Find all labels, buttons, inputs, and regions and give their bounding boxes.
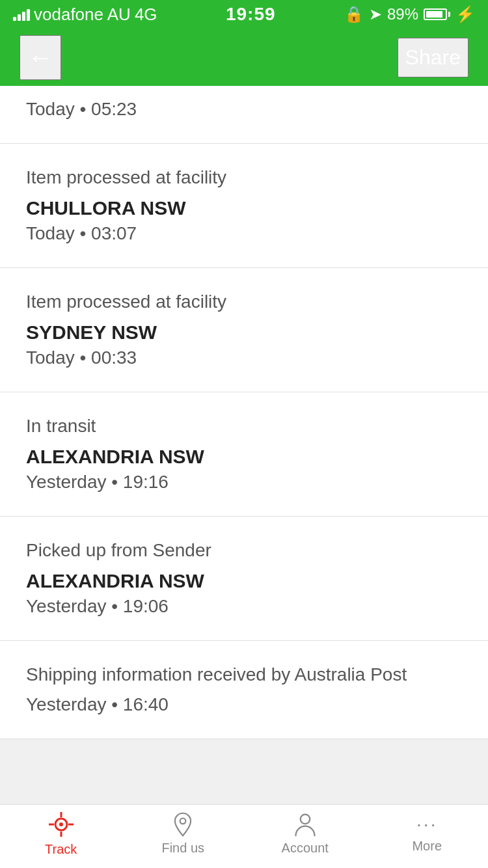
event-status-4: Picked up from Sender (26, 540, 462, 561)
svg-point-6 (180, 819, 186, 824)
charging-icon: ⚡ (455, 5, 475, 23)
event-location-4: ALEXANDRIA NSW (26, 570, 462, 592)
event-time-5: Yesterday • 16:40 (26, 694, 462, 715)
more-icon: ··· (416, 814, 437, 835)
tracking-list: Today • 05:23 Item processed at facility… (0, 86, 488, 739)
event-status-1: Item processed at facility (26, 167, 462, 188)
bottom-nav: Track Find us Account ··· More (0, 804, 488, 868)
content-wrapper: Today • 05:23 Item processed at facility… (0, 86, 488, 822)
event-location-1: CHULLORA NSW (26, 197, 462, 219)
event-status-3: In transit (26, 416, 462, 437)
lock-icon: 🔒 (344, 5, 364, 23)
event-time-3: Yesterday • 19:16 (26, 472, 462, 493)
partial-tracking-item: Today • 05:23 (0, 86, 488, 144)
nav-label-findus: Find us (161, 841, 204, 856)
track-icon (47, 811, 75, 838)
nav-label-account: Account (282, 841, 329, 856)
header: ← Share (0, 29, 488, 86)
event-location-3: ALEXANDRIA NSW (26, 446, 462, 468)
time-display: 19:59 (226, 4, 276, 25)
battery-percent: 89% (387, 5, 418, 23)
back-button[interactable]: ← (20, 35, 61, 80)
signal-icon (13, 8, 30, 21)
event-status-2: Item processed at facility (26, 292, 462, 312)
carrier-label: vodafone AU (34, 5, 131, 25)
status-bar: vodafone AU 4G 19:59 🔒 ➤ 89% ⚡ (0, 0, 488, 29)
status-bar-left: vodafone AU 4G (13, 5, 157, 25)
nav-item-track[interactable]: Track (0, 805, 122, 868)
nav-label-more: More (412, 839, 442, 854)
event-time-1: Today • 03:07 (26, 223, 462, 244)
svg-point-1 (59, 822, 63, 826)
grey-spacer (0, 739, 488, 759)
svg-point-7 (301, 815, 310, 824)
partial-time: Today • 05:23 (26, 99, 462, 120)
tracking-event-4: Picked up from Sender ALEXANDRIA NSW Yes… (0, 517, 488, 641)
tracking-event-1: Item processed at facility CHULLORA NSW … (0, 144, 488, 268)
event-status-5: Shipping information received by Austral… (26, 664, 462, 685)
nav-label-track: Track (45, 842, 77, 857)
tracking-event-3: In transit ALEXANDRIA NSW Yesterday • 19… (0, 392, 488, 517)
event-time-2: Today • 00:33 (26, 347, 462, 368)
nav-item-account[interactable]: Account (244, 805, 366, 868)
tracking-event-5: Shipping information received by Austral… (0, 641, 488, 739)
account-icon (293, 812, 318, 837)
event-location-2: SYDNEY NSW (26, 321, 462, 344)
nav-item-more[interactable]: ··· More (366, 805, 489, 868)
share-button[interactable]: Share (398, 38, 468, 77)
findus-icon (170, 812, 195, 837)
battery-icon (424, 8, 450, 20)
tracking-event-2: Item processed at facility SYDNEY NSW To… (0, 268, 488, 392)
status-bar-right: 🔒 ➤ 89% ⚡ (344, 5, 475, 23)
nav-item-findus[interactable]: Find us (122, 805, 245, 868)
network-label: 4G (135, 5, 157, 25)
location-icon: ➤ (369, 5, 382, 23)
event-time-4: Yesterday • 19:06 (26, 596, 462, 617)
